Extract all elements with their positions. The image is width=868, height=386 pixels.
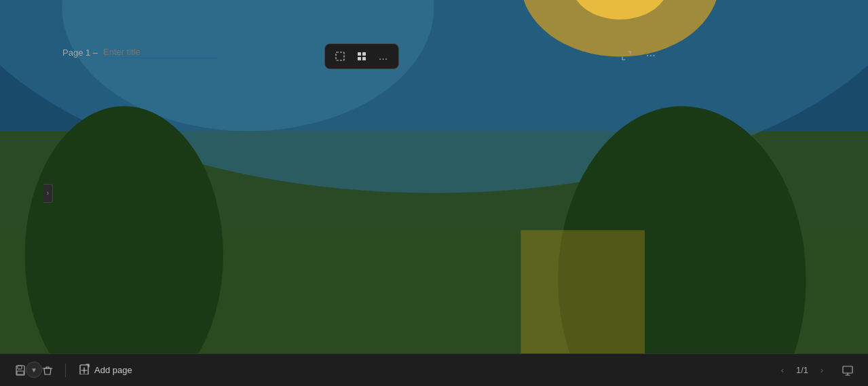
- more-icon: …: [379, 51, 388, 62]
- page-prev-button[interactable]: ‹: [774, 362, 791, 379]
- add-page-icon: [79, 364, 90, 377]
- canvas-select-button[interactable]: [331, 47, 350, 66]
- canvas-corner-icons: ⋯: [617, 46, 660, 65]
- svg-rect-13: [358, 57, 361, 60]
- add-page-label: Add page: [94, 365, 132, 375]
- bottom-divider: [65, 364, 66, 377]
- canvas-more-button[interactable]: …: [374, 47, 393, 66]
- options-icon: ⋯: [646, 50, 656, 61]
- canvas-expand-button[interactable]: [617, 46, 636, 65]
- image-style-panel: ‹ Image style transfer ✕: [672, 35, 825, 353]
- page-label: Page 1 –: [62, 47, 98, 58]
- svg-rect-14: [362, 57, 366, 60]
- main-area: ⊞ Templates Design Upload T Text: [0, 35, 868, 353]
- svg-point-70: [681, 208, 729, 255]
- add-page-button[interactable]: Add page: [74, 361, 138, 379]
- svg-rect-85: [17, 371, 24, 374]
- svg-rect-84: [18, 366, 22, 369]
- style-item-oilpainting[interactable]: Oil painting: [681, 208, 729, 266]
- bottom-collapse-button[interactable]: ▼: [26, 362, 42, 378]
- page-label-area: Page 1 –: [62, 46, 219, 58]
- page-title-input[interactable]: [102, 46, 219, 58]
- panel-content: Image styles: [673, 114, 823, 352]
- page-nav: ‹ 1/1 ›: [774, 362, 830, 379]
- present-button[interactable]: [838, 361, 857, 380]
- svg-rect-11: [358, 52, 361, 56]
- style-thumb-oilpainting: [681, 208, 729, 255]
- svg-rect-87: [843, 366, 852, 373]
- canvas-grid-button[interactable]: [352, 47, 371, 66]
- page-next-button[interactable]: ›: [814, 362, 830, 379]
- sidebar-collapse-button[interactable]: ›: [43, 184, 53, 203]
- canvas-options-button[interactable]: ⋯: [641, 46, 660, 65]
- right-panel: ‹ Image style transfer ✕: [671, 35, 868, 353]
- page-counter: 1/1: [796, 365, 808, 375]
- styles-grid: None: [681, 144, 815, 266]
- svg-rect-10: [336, 52, 344, 60]
- svg-rect-12: [362, 52, 366, 56]
- bottom-bar: ▼ Add page ‹ 1/1 ›: [0, 353, 868, 386]
- oilpainting-svg: [681, 208, 729, 255]
- canvas-toolbar: …: [324, 43, 399, 69]
- oilpainting-image: [683, 209, 728, 254]
